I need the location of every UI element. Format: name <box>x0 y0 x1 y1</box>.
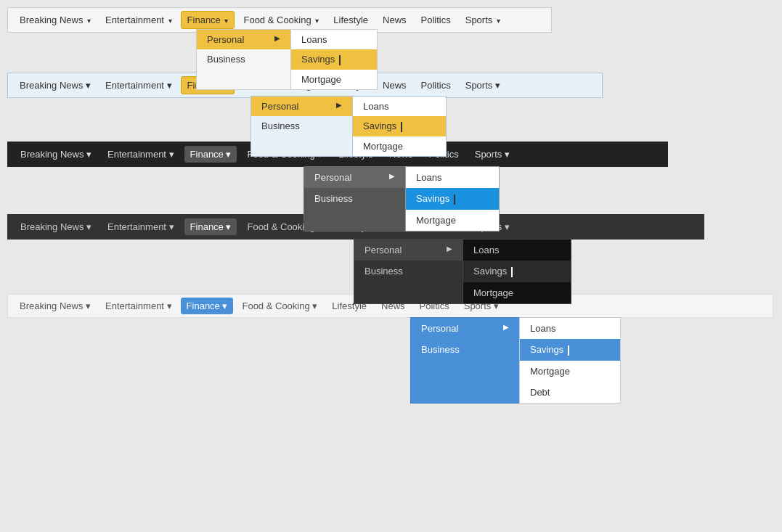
cursor-icon <box>401 122 402 132</box>
nav1-politics[interactable]: Politics <box>415 12 457 28</box>
nav2-mortgage[interactable]: Mortgage <box>353 136 446 156</box>
nav1-business[interactable]: Business <box>197 49 290 69</box>
nav5-dropdown: Personal Business Loans Savings Mortgage… <box>410 317 621 404</box>
caret-icon: ▾ <box>222 300 227 311</box>
nav4-left-panel: Personal Business <box>354 239 463 304</box>
nav3-entertainment[interactable]: Entertainment ▾ <box>102 146 180 163</box>
nav1-food[interactable]: Food & Cooking ▾ <box>237 12 325 28</box>
caret-icon: ▾ <box>226 149 231 160</box>
nav3-breaking-news[interactable]: Breaking News ▾ <box>15 146 97 163</box>
nav5-right-panel: Loans Savings Mortgage Debt <box>519 317 621 404</box>
nav1-personal[interactable]: Personal <box>197 30 290 49</box>
nav3-finance[interactable]: Finance ▾ <box>184 146 237 163</box>
nav5-left-panel: Personal Business <box>410 317 519 404</box>
nav2-left-panel: Personal Business <box>251 96 352 157</box>
caret-icon: ▾ <box>168 17 172 25</box>
nav5-entertainment[interactable]: Entertainment ▾ <box>99 298 178 314</box>
nav4-right-panel: Loans Savings Mortgage <box>463 239 571 304</box>
cursor-icon <box>454 195 455 205</box>
nav1-savings[interactable]: Savings <box>291 49 377 70</box>
nav4-savings[interactable]: Savings <box>463 261 571 282</box>
caret-icon: ▾ <box>86 300 91 311</box>
nav4-finance[interactable]: Finance ▾ <box>184 218 237 235</box>
nav4-dropdown: Personal Business Loans Savings Mortgage <box>354 239 571 304</box>
nav2-personal[interactable]: Personal <box>251 97 352 116</box>
nav1-dropdown: Personal Business Loans Savings Mortgage <box>196 29 378 90</box>
nav3-mortgage[interactable]: Mortgage <box>406 210 499 231</box>
nav1-left-panel: Personal Business <box>196 29 290 90</box>
nav3-business[interactable]: Business <box>304 188 405 209</box>
caret-icon: ▾ <box>505 149 510 160</box>
nav1-entertainment[interactable]: Entertainment ▾ <box>99 12 178 28</box>
caret-icon: ▾ <box>167 300 172 311</box>
caret-icon: ▾ <box>87 17 91 25</box>
nav1-right-panel: Loans Savings Mortgage <box>290 29 378 90</box>
caret-icon: ▾ <box>315 17 319 25</box>
nav5-food[interactable]: Food & Cooking ▾ <box>236 298 323 314</box>
nav2-breaking-news[interactable]: Breaking News ▾ <box>14 77 97 94</box>
caret-icon: ▾ <box>224 17 228 25</box>
nav3-right-panel: Loans Savings Mortgage <box>405 166 500 232</box>
nav2-business[interactable]: Business <box>251 116 352 136</box>
caret-icon: ▾ <box>169 149 174 160</box>
nav1-finance[interactable]: Finance ▾ <box>181 11 235 29</box>
nav4-mortgage[interactable]: Mortgage <box>463 282 571 303</box>
nav2-dropdown: Personal Business Loans Savings Mortgage <box>251 96 447 157</box>
nav1-mortgage[interactable]: Mortgage <box>291 70 377 89</box>
nav3-savings[interactable]: Savings <box>406 188 499 210</box>
caret-icon: ▾ <box>86 149 91 160</box>
nav3-personal[interactable]: Personal <box>304 167 405 188</box>
caret-icon: ▾ <box>497 17 500 25</box>
nav1-breaking-news[interactable]: Breaking News ▾ <box>14 12 97 28</box>
nav3-sports[interactable]: Sports ▾ <box>469 146 516 163</box>
nav2-savings[interactable]: Savings <box>353 116 446 136</box>
nav2-entertainment[interactable]: Entertainment ▾ <box>99 77 178 94</box>
nav5-loans[interactable]: Loans <box>520 318 620 339</box>
nav4-business[interactable]: Business <box>354 261 463 282</box>
cursor-icon <box>511 267 513 277</box>
nav4-breaking-news[interactable]: Breaking News ▾ <box>15 218 97 235</box>
nav5-finance[interactable]: Finance ▾ <box>181 298 234 314</box>
cursor-icon <box>568 345 569 356</box>
nav1-sports[interactable]: Sports ▾ <box>460 12 506 28</box>
caret-icon: ▾ <box>167 80 172 91</box>
caret-icon: ▾ <box>495 80 500 91</box>
caret-icon: ▾ <box>226 221 231 232</box>
nav1-news[interactable]: News <box>377 12 412 28</box>
nav5-debt[interactable]: Debt <box>520 382 620 403</box>
nav2-politics[interactable]: Politics <box>415 77 457 94</box>
caret-icon: ▾ <box>505 221 510 232</box>
nav2-sports[interactable]: Sports ▾ <box>460 77 506 94</box>
nav2-right-panel: Loans Savings Mortgage <box>352 96 447 157</box>
nav1-loans[interactable]: Loans <box>291 30 377 49</box>
nav2-loans[interactable]: Loans <box>353 97 446 116</box>
caret-icon: ▾ <box>169 221 174 232</box>
nav5-breaking-news[interactable]: Breaking News ▾ <box>14 298 97 314</box>
nav5-mortgage[interactable]: Mortgage <box>520 361 620 382</box>
caret-icon: ▾ <box>86 80 91 91</box>
nav4-personal[interactable]: Personal <box>354 240 463 261</box>
nav3-left-panel: Personal Business <box>304 166 405 232</box>
nav3-loans[interactable]: Loans <box>406 167 499 188</box>
nav5-business[interactable]: Business <box>411 339 519 360</box>
caret-icon: ▾ <box>312 300 317 311</box>
nav2-news[interactable]: News <box>377 77 412 94</box>
nav5-personal[interactable]: Personal <box>411 318 519 339</box>
nav4-entertainment[interactable]: Entertainment ▾ <box>102 218 180 235</box>
cursor-icon <box>339 55 341 65</box>
nav5-savings[interactable]: Savings <box>520 339 620 361</box>
nav1-lifestyle[interactable]: Lifestyle <box>327 12 374 28</box>
nav3-dropdown: Personal Business Loans Savings Mortgage <box>304 166 500 232</box>
nav4-loans[interactable]: Loans <box>463 240 571 261</box>
caret-icon: ▾ <box>86 221 91 232</box>
